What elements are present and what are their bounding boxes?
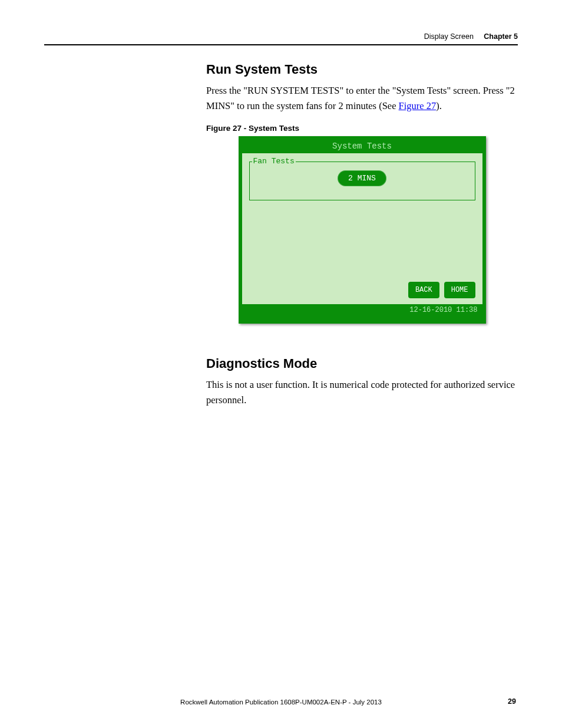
home-button[interactable]: HOME [444, 282, 475, 298]
content-column: Run System Tests Press the "RUN SYSTEM T… [206, 62, 518, 407]
back-button[interactable]: BACK [408, 282, 439, 298]
figure-caption: Figure 27 - System Tests [206, 124, 518, 133]
screen-body: Fan Tests 2 MINS BACK HOME [242, 153, 482, 304]
screen-title: System Tests [242, 140, 482, 153]
header-section: Display Screen [424, 32, 474, 41]
diagnostics-paragraph: This is not a user function. It is numer… [206, 377, 518, 407]
header-chapter: Chapter 5 [484, 32, 518, 41]
figure-27-wrap: System Tests Fan Tests 2 MINS BACK HOME … [206, 136, 518, 324]
two-mins-button[interactable]: 2 MINS [338, 170, 386, 186]
hmi-screen: System Tests Fan Tests 2 MINS BACK HOME … [239, 136, 486, 324]
footer-publication: Rockwell Automation Publication 1608P-UM… [0, 699, 562, 706]
figure-27-link[interactable]: Figure 27 [399, 100, 437, 111]
fan-tests-label: Fan Tests [252, 157, 296, 166]
run-tests-paragraph: Press the "RUN SYSTEM TESTS" to enter th… [206, 83, 518, 113]
running-header: Display Screen Chapter 5 [44, 32, 518, 45]
nav-button-row: BACK HOME [408, 282, 475, 298]
para-text-a: Press the "RUN SYSTEM TESTS" to enter th… [206, 85, 515, 111]
heading-run-system-tests: Run System Tests [206, 62, 518, 77]
screen-timestamp: 12-16-2010 11:38 [242, 304, 482, 317]
page-number: 29 [508, 697, 516, 706]
fan-tests-group: Fan Tests 2 MINS [249, 162, 475, 200]
heading-diagnostics-mode: Diagnostics Mode [206, 356, 518, 371]
page: Display Screen Chapter 5 Run System Test… [0, 0, 562, 728]
para-text-b: ). [436, 100, 442, 111]
